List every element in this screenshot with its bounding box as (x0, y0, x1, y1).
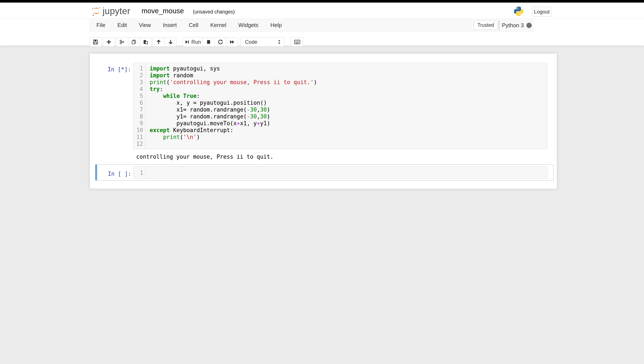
menu-help[interactable]: Help (264, 19, 288, 32)
paste-icon (143, 39, 148, 45)
stop-icon (206, 39, 211, 45)
run-button[interactable]: Run (182, 38, 203, 47)
menu-widgets[interactable]: Widgets (232, 19, 264, 32)
python-logo-icon (514, 6, 524, 17)
plus-icon (106, 39, 112, 45)
jupyter-logo[interactable]: jupyter (92, 5, 130, 18)
step-forward-icon (184, 39, 190, 45)
restart-kernel-button[interactable] (214, 38, 226, 47)
logout-button[interactable]: Logout (532, 7, 552, 17)
line-numbers: 123456789101112 (134, 63, 146, 149)
arrow-up-icon (156, 39, 162, 45)
keyboard-icon (294, 39, 300, 45)
copy-cells-button[interactable] (128, 38, 140, 47)
toolbar: Run (0, 32, 644, 46)
kernel-indicator-area: Python 3 (499, 21, 532, 30)
letterbox-bar (0, 0, 644, 3)
paste-cells-button[interactable] (140, 38, 152, 47)
save-icon (92, 39, 98, 45)
stream-output-text: controlling your mouse, Press ii to quit… (136, 153, 542, 160)
menu-cell[interactable]: Cell (183, 19, 204, 32)
code-lines: import pyautogui, sysimport randomprint(… (146, 63, 547, 149)
fast-forward-icon (229, 39, 235, 45)
arrow-down-icon (168, 39, 174, 45)
trusted-badge[interactable]: Trusted (474, 21, 498, 30)
kernel-divider (499, 21, 499, 30)
command-palette-button[interactable] (291, 37, 303, 47)
save-button[interactable] (90, 37, 102, 47)
checkpoint-status: (unsaved changes) (193, 9, 235, 15)
menu-items: File Edit View Insert Cell Kernel Widget… (89, 19, 534, 32)
cell-type-value: Code (240, 39, 277, 45)
scissors-icon (119, 39, 125, 45)
notebook-container: In [*]: 123456789101112 import pyautogui… (90, 54, 557, 189)
jupyter-notebook-app: jupyter move_mouse (unsaved changes) Log… (0, 0, 644, 364)
selected-empty-cell[interactable]: In [ ]: 1 (95, 164, 554, 180)
move-cell-up-button[interactable] (153, 38, 165, 47)
jupyter-wordmark: jupyter (103, 6, 130, 16)
code-cell-editor[interactable]: 123456789101112 import pyautogui, sysimp… (133, 63, 547, 149)
menu-edit[interactable]: Edit (112, 19, 133, 32)
run-button-group: Run (182, 37, 238, 47)
jupyter-logo-icon (92, 6, 101, 17)
run-button-label: Run (191, 39, 201, 45)
header: jupyter move_mouse (unsaved changes) Log… (0, 3, 644, 46)
move-cell-down-button[interactable] (165, 38, 176, 47)
kernel-name: Python 3 (502, 22, 524, 29)
menu-kernel[interactable]: Kernel (204, 19, 232, 32)
menubar: File Edit View Insert Cell Kernel Widget… (89, 19, 534, 32)
cell-type-dropdown[interactable]: Code (240, 37, 284, 47)
notebook-title[interactable]: move_mouse (142, 7, 184, 15)
empty-code-editor[interactable]: 1 (134, 166, 547, 178)
line-numbers: 1 (134, 166, 146, 178)
move-cell-button-group (152, 37, 176, 47)
dropdown-stepper-icon (277, 39, 281, 45)
clipboard-button-group (116, 37, 152, 47)
code-lines (146, 166, 547, 178)
menu-insert[interactable]: Insert (157, 19, 183, 32)
interrupt-kernel-button[interactable] (203, 38, 214, 47)
copy-icon (131, 39, 137, 45)
input-prompt-busy: In [*]: (95, 66, 133, 73)
menu-file[interactable]: File (90, 19, 112, 32)
insert-cell-below-button[interactable] (103, 37, 115, 47)
restart-icon (218, 39, 223, 45)
restart-run-all-button[interactable] (226, 38, 238, 47)
input-prompt-empty: In [ ]: (95, 171, 134, 177)
cut-cells-button[interactable] (116, 38, 128, 47)
kernel-busy-indicator (526, 23, 532, 28)
menu-view[interactable]: View (133, 19, 157, 32)
output-area: controlling your mouse, Press ii to quit… (136, 153, 542, 162)
header-logo-row: jupyter move_mouse (unsaved changes) Log… (0, 3, 644, 19)
